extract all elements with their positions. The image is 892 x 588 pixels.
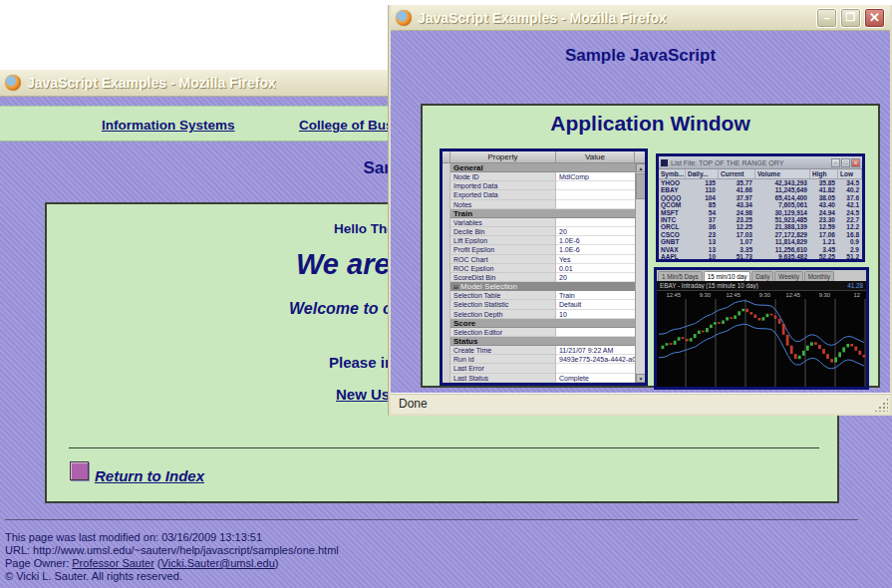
stock-row[interactable]: QQQQ10437.9765,414,40038.0537.6 (659, 194, 862, 201)
x-axis-label: 12:45 (776, 292, 806, 298)
property-row[interactable]: ROC ChartYes (443, 255, 635, 264)
stock-maximize-button[interactable]: □ (841, 158, 850, 167)
stock-list-titlebar[interactable]: List File: TOP OF THE RANGE QRY – □ x (659, 156, 862, 169)
stock-close-button[interactable]: x (851, 158, 860, 167)
property-row[interactable]: ScoreDist Bin20 (443, 273, 635, 282)
chart-tab[interactable]: 15 min/10 day (704, 271, 751, 281)
property-section-row[interactable]: Score (443, 319, 635, 328)
page-footer: This page was last modified on: 03/16/20… (5, 531, 339, 583)
property-row[interactable]: Variables (443, 218, 635, 227)
scroll-down-icon[interactable]: ▼ (636, 374, 646, 383)
property-grid-scrollbar[interactable]: ▲ ▼ (635, 163, 645, 383)
stock-column-headers[interactable]: Symb...Daily...CurrentVolumeHighLow (659, 169, 862, 179)
front-browser-window: JavaScript Examples - Mozilla Firefox – … (389, 5, 892, 416)
scrollbar-thumb[interactable] (636, 173, 646, 199)
tree-collapse-icon[interactable]: ⊟ (453, 283, 458, 291)
candlestick-chart (657, 291, 866, 387)
property-row[interactable]: Selection Editor (443, 328, 635, 337)
close-button[interactable]: ✕ (864, 8, 885, 28)
stock-column-header[interactable]: High (810, 169, 838, 178)
x-axis-label: 12 (836, 292, 866, 298)
front-page-title: Sample JavaScript (391, 46, 890, 66)
chart-header: EBAY - Intraday (15 minute 10 day) 41.28 (657, 281, 866, 291)
stock-row[interactable]: AAPL1051.739,635,48252.2551.2 (659, 253, 862, 260)
property-grid-header: Property Value (443, 151, 645, 163)
stock-row[interactable]: GNBT131.0711,814,8291.210.9 (659, 238, 862, 245)
chart-tab[interactable]: Weekly (774, 271, 803, 281)
property-grid-panel: Property Value GeneralNode IDMdlCompImpo… (440, 148, 648, 386)
stock-column-header[interactable]: Daily... (686, 169, 719, 178)
stock-list-window: List File: TOP OF THE RANGE QRY – □ x Sy… (656, 153, 865, 262)
scroll-up-icon[interactable]: ▲ (636, 163, 646, 172)
stock-row[interactable]: NVAX133.3511,256,6103.452.9 (659, 246, 862, 253)
stock-row[interactable]: YHOO13535.7742,343,29335.8534.5 (659, 179, 862, 186)
stock-rows: YHOO13535.7742,343,29335.8534.5EBAY11041… (659, 179, 862, 260)
application-window-box: Application Window Property Value Genera… (421, 104, 880, 388)
chart-tab[interactable]: Daily (751, 271, 773, 281)
property-column-header[interactable]: Property (450, 151, 556, 162)
property-section-row[interactable]: Train (443, 209, 635, 218)
firefox-icon (396, 10, 412, 26)
stock-column-header[interactable]: Volume (755, 169, 810, 178)
stock-row[interactable]: QCOM8543.347,605,06143.4042.1 (659, 201, 862, 208)
we-are-text: We are (296, 248, 391, 281)
application-window-heading: Application Window (423, 112, 878, 136)
footer-owner-line: Page Owner: Professor Sauter (Vicki.Saut… (5, 557, 339, 570)
property-section-row[interactable]: ⊟Model Selection (443, 282, 635, 291)
nav-link-information-systems[interactable]: Information Systems (102, 118, 235, 133)
maximize-button[interactable]: ❐ (840, 8, 861, 28)
chart-tab[interactable]: 1 Min/5 Days (658, 271, 703, 281)
property-row[interactable]: Profit Epsilon1.0E-6 (443, 245, 635, 254)
front-page-viewport: Sample JavaScript Application Window Pro… (391, 31, 890, 393)
footer-owner-suffix: ) (275, 557, 279, 569)
front-window-title: JavaScript Examples - Mozilla Firefox (418, 10, 667, 26)
chart-tab[interactable]: Monthly (804, 271, 834, 281)
property-row[interactable]: Run Id9493e775-245a-4442-a009-dc (443, 355, 635, 364)
stock-column-header[interactable]: Low (838, 169, 862, 178)
front-window-titlebar[interactable]: JavaScript Examples - Mozilla Firefox – … (391, 5, 890, 31)
return-to-index-link[interactable]: Return to Index (95, 467, 204, 484)
stock-column-header[interactable]: Current (719, 169, 755, 178)
x-axis-label: 12:45 (657, 292, 687, 298)
property-row[interactable]: Decile Bin20 (443, 227, 635, 236)
footer-modified-line: This page was last modified on: 03/16/20… (5, 531, 339, 544)
x-axis-label: 9:30 (806, 292, 836, 298)
property-section-row[interactable]: Status (443, 337, 635, 346)
email-link[interactable]: Vicki.Sauter@umsl.edu (161, 557, 275, 569)
chart-header-value: 41.28 (847, 282, 863, 289)
status-text: Done (399, 397, 428, 411)
stock-minimize-button[interactable]: – (831, 158, 840, 167)
value-column-header[interactable]: Value (556, 151, 635, 162)
x-axis-label: 9:30 (746, 292, 776, 298)
property-row[interactable]: Lift Epsilon1.0E-6 (443, 236, 635, 245)
property-row[interactable]: Exported Data (443, 190, 635, 199)
property-section-row[interactable]: General (443, 163, 635, 172)
footer-divider (5, 519, 858, 520)
stock-row[interactable]: CSCO2317.0327,172,82917.0616.8 (659, 231, 862, 238)
property-row[interactable]: Notes (443, 200, 635, 209)
stock-row[interactable]: ORCL3612.2521,388,13912.5912.2 (659, 223, 862, 230)
property-row[interactable]: Imported Data (443, 181, 635, 190)
property-row[interactable]: ROC Epsilon0.01 (443, 264, 635, 273)
stock-row[interactable]: EBAY11041.6611,245,64941.8240.2 (659, 186, 862, 193)
firefox-icon (5, 75, 21, 91)
stock-row[interactable]: MSFT5424.9830,129,91424.9424.5 (659, 209, 862, 216)
property-row[interactable]: Last StatusComplete (443, 374, 635, 383)
property-row[interactable]: Selection Depth10 (443, 310, 635, 319)
chart-plot-area: 12:459:3012:459:3012:459:3012 (657, 291, 866, 387)
property-row[interactable]: Last Error (443, 364, 635, 373)
property-grid-rows: GeneralNode IDMdlCompImported DataExport… (443, 163, 635, 383)
property-row[interactable]: Selection TableTrain (443, 291, 635, 300)
property-row[interactable]: Create Time11/21/07 9:22 AM (443, 346, 635, 355)
stock-row[interactable]: INTC3723.2551,923,48523.3022.7 (659, 216, 862, 223)
professor-sauter-link[interactable]: Professor Sauter (72, 557, 154, 569)
resize-grip-icon[interactable] (874, 398, 888, 412)
property-row[interactable]: Node IDMdlComp (443, 172, 635, 181)
status-bar: Done (391, 393, 890, 414)
return-bullet-icon (70, 461, 89, 480)
chart-tab-bar: 1 Min/5 Days15 min/10 dayDailyWeeklyMont… (657, 270, 866, 281)
minimize-button[interactable]: – (816, 8, 837, 28)
property-row[interactable]: Selection StatisticDefault (443, 300, 635, 309)
stock-column-header[interactable]: Symb... (659, 169, 686, 178)
stock-list-title: List File: TOP OF THE RANGE QRY (671, 159, 830, 166)
